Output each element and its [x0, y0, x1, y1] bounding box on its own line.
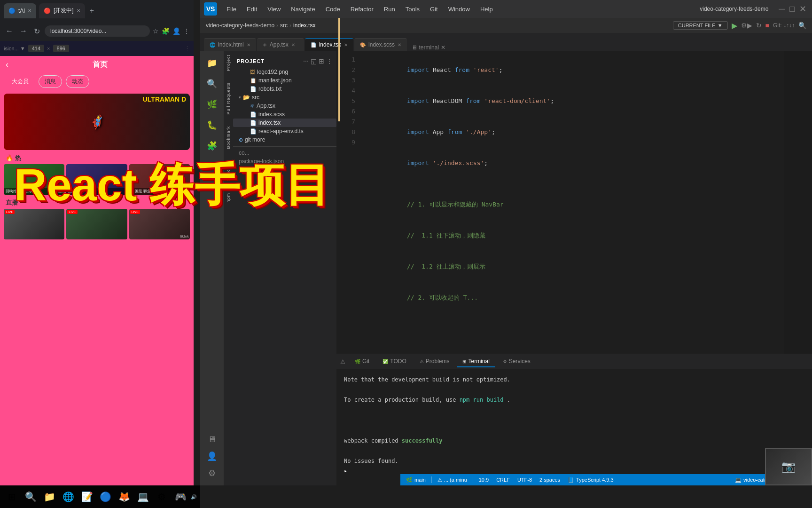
- debug-run-button[interactable]: ⚙▶: [741, 22, 752, 29]
- video-card-1[interactable]: 回响拍起精彩球！ tiktok: [4, 164, 64, 195]
- back-button[interactable]: ←: [4, 25, 15, 37]
- sidebar-label-bookmark[interactable]: Bookmark: [226, 126, 231, 149]
- run-button[interactable]: ▶: [732, 21, 737, 30]
- live-card-2[interactable]: LIVE: [66, 209, 127, 239]
- menu-tools[interactable]: Tools: [401, 4, 424, 15]
- code-lines-container[interactable]: import React from 'react'; import ReactD…: [357, 51, 784, 354]
- browser-taskbar[interactable]: 🌐: [60, 488, 77, 505]
- tree-item-packagelock[interactable]: package-lock.json: [233, 157, 336, 166]
- tab-close-scss[interactable]: ✕: [398, 42, 401, 48]
- tab-index-tsx[interactable]: 📄 index.tsx ✕: [305, 38, 353, 51]
- term-tab-todo[interactable]: ✅TODO: [377, 356, 412, 367]
- tree-item-reactappenv[interactable]: 📄 react-app-env.d.ts: [233, 127, 336, 135]
- search-ide-button[interactable]: 🔍: [798, 22, 806, 29]
- breadcrumb-file[interactable]: index.tsx: [293, 22, 315, 29]
- nav-tab-dynamic[interactable]: 动态: [66, 75, 89, 88]
- dimension-more[interactable]: ⋮: [185, 46, 190, 52]
- close-window-button[interactable]: ✕: [797, 4, 808, 14]
- tree-item-manifest[interactable]: 📋 manifest.json: [239, 76, 336, 85]
- term-tab-problems[interactable]: ⚠Problems: [414, 356, 455, 367]
- hero-banner[interactable]: 🦸 ULTRAMAN D: [4, 94, 190, 150]
- tree-expand[interactable]: ⊞: [319, 57, 324, 65]
- tab-close-1[interactable]: ✕: [28, 8, 31, 13]
- activity-explorer[interactable]: 📁: [203, 55, 220, 71]
- status-position[interactable]: 10:9: [477, 477, 491, 483]
- menu-refactor[interactable]: Refactor: [346, 4, 378, 15]
- search-taskbar[interactable]: 🔍: [23, 488, 39, 505]
- menu-file[interactable]: File: [222, 4, 241, 15]
- menu-code[interactable]: Code: [321, 4, 345, 15]
- dimension-width-input[interactable]: 414: [28, 45, 44, 52]
- tree-item-app[interactable]: ⚛ App.tsx: [233, 102, 336, 110]
- breadcrumb-project[interactable]: video-category-feeds-demo: [206, 22, 274, 29]
- git-pull[interactable]: Git: ↓↑↓↑: [773, 22, 795, 29]
- menu-icon[interactable]: ⋮: [183, 27, 190, 35]
- new-tab-button[interactable]: +: [90, 7, 94, 15]
- browser-tab-1[interactable]: 🔵 tAl ✕: [4, 3, 36, 18]
- tab-close-index[interactable]: ✕: [344, 42, 348, 48]
- menu-git[interactable]: Git: [425, 4, 443, 15]
- tree-item-robots[interactable]: 📄 robots.txt: [239, 85, 336, 93]
- tree-item-packagejson[interactable]: package.json: [233, 166, 336, 174]
- sidebar-label-npm[interactable]: npm: [226, 193, 231, 203]
- status-errors[interactable]: ⚠ ... (a minu: [436, 477, 469, 483]
- file-explorer-taskbar[interactable]: 📁: [41, 488, 58, 505]
- activity-remote[interactable]: 🖥: [203, 431, 220, 448]
- extensions-icon[interactable]: 🧩: [162, 27, 170, 35]
- activity-settings[interactable]: ⚙: [203, 465, 220, 482]
- activity-account[interactable]: 👤: [203, 448, 220, 465]
- maximize-button[interactable]: □: [788, 4, 796, 14]
- extra-tab[interactable]: 🖥 terminal ✕: [412, 44, 445, 51]
- tree-collapse[interactable]: ◱: [311, 57, 317, 65]
- term-tab-services[interactable]: ⚙Services: [497, 356, 536, 367]
- menu-window[interactable]: Window: [444, 4, 475, 15]
- stop-button[interactable]: ■: [765, 22, 769, 29]
- terminal-tab-close[interactable]: ✕: [441, 44, 445, 51]
- step-over-button[interactable]: ↻: [756, 22, 762, 29]
- start-button[interactable]: ⊞: [4, 488, 21, 505]
- terminal-output[interactable]: Note that the development build is not o…: [336, 369, 812, 485]
- dimension-height-input[interactable]: 896: [53, 45, 69, 52]
- tab-close-2[interactable]: ✕: [77, 8, 80, 13]
- reload-button[interactable]: ↻: [32, 25, 42, 38]
- dimension-device-select[interactable]: ision... ▼: [4, 46, 25, 51]
- firefox-taskbar[interactable]: 🦊: [116, 488, 133, 505]
- word-taskbar[interactable]: 📝: [78, 488, 95, 505]
- tab-app-tsx[interactable]: ⚛ App.tsx ✕: [257, 38, 304, 51]
- live-card-3[interactable]: LIVE tiktok: [129, 209, 190, 239]
- tree-menu[interactable]: ⋯: [303, 58, 309, 64]
- status-git[interactable]: 🌿 main: [404, 477, 428, 483]
- video-card-3[interactable]: 中国足 职业2次...: [129, 164, 190, 195]
- breadcrumb-src[interactable]: src: [280, 22, 288, 29]
- activity-search[interactable]: 🔍: [203, 75, 220, 92]
- menu-view[interactable]: View: [263, 4, 285, 15]
- status-language[interactable]: 📘 TypeScript 4.9.3: [566, 477, 616, 483]
- tab-close-html[interactable]: ✕: [247, 42, 250, 48]
- tab-close-app[interactable]: ✕: [291, 42, 295, 48]
- browser-tab-2[interactable]: 🔴 [开发中] ✕: [39, 3, 85, 18]
- tree-item-src[interactable]: ▾ 📂 src: [233, 93, 336, 102]
- menu-help[interactable]: Help: [476, 4, 498, 15]
- term-tab-git[interactable]: 🌿Git: [349, 356, 375, 367]
- code-editor[interactable]: 1 2 3 4 5 6 7 8 9 import React from 'rea…: [336, 51, 812, 485]
- chrome-taskbar[interactable]: 🔵: [97, 488, 114, 505]
- tree-item-gitmore[interactable]: ⊕ git more: [233, 135, 336, 144]
- live-card-1[interactable]: LIVE: [4, 209, 64, 239]
- tree-item-indextsx[interactable]: 📄 index.tsx: [233, 119, 336, 127]
- sidebar-label-project[interactable]: Project: [226, 55, 231, 71]
- minimize-button[interactable]: ─: [777, 4, 787, 14]
- menu-run[interactable]: Run: [379, 4, 400, 15]
- profile-icon[interactable]: 👤: [172, 27, 180, 35]
- video-card-2[interactable]: 国际B: [66, 164, 127, 195]
- sidebar-label-structure[interactable]: Structure: [226, 160, 231, 182]
- nav-tab-msg[interactable]: 消息: [39, 75, 62, 88]
- tree-item-config[interactable]: co...: [233, 149, 336, 157]
- game-taskbar[interactable]: 🎮: [172, 488, 189, 505]
- tree-item-logo[interactable]: 🖼 logo192.png: [239, 68, 336, 76]
- tree-item-indexscss[interactable]: 📄 index.scss: [233, 110, 336, 119]
- nav-tab-vip[interactable]: 大会员: [6, 75, 35, 88]
- tab-index-scss[interactable]: 🎨 index.scss ✕: [354, 38, 407, 51]
- vscode-taskbar[interactable]: 💻: [135, 488, 152, 505]
- menu-navigate[interactable]: Navigate: [286, 4, 320, 15]
- status-indent[interactable]: 2 spaces: [538, 477, 562, 483]
